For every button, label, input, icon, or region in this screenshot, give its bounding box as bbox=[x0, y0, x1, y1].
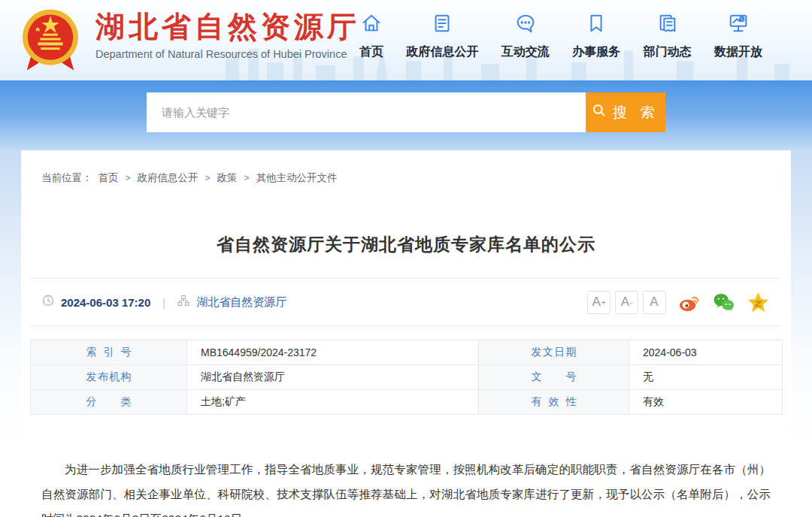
font-decrease-label: A bbox=[621, 295, 629, 310]
search-button[interactable]: 搜 索 bbox=[586, 92, 665, 132]
table-row: 发布机构 湖北省自然资源厅 文号 无 bbox=[31, 365, 783, 390]
breadcrumb-prefix: 当前位置： bbox=[41, 171, 92, 185]
site-subtitle: Department of Natural Resources of Hubei… bbox=[95, 48, 360, 60]
article-card: 当前位置： 首页 > 政府信息公开 > 政策 > 其他主动公开文件 省自然资源厅… bbox=[21, 150, 791, 517]
table-row: 分类 土地;矿产 有效性 有效 bbox=[31, 390, 783, 415]
data-screen-icon bbox=[727, 12, 750, 38]
meta-value-issuing-agency: 湖北省自然资源厅 bbox=[187, 365, 479, 390]
font-decrease-sign: - bbox=[630, 298, 632, 307]
search-button-label: 搜 索 bbox=[613, 103, 659, 122]
meta-value-validity: 有效 bbox=[629, 390, 783, 415]
article-body-paragraph: 为进一步加强全省地质行业管理工作，指导全省地质事业，规范专家管理，按照机构改革后… bbox=[41, 457, 771, 517]
nav-item-open-data[interactable]: 数据开放 bbox=[714, 12, 762, 60]
meta-value-index-number: MB1644959/2024-23172 bbox=[187, 340, 479, 365]
article-title: 省自然资源厅关于湖北省地质专家库名单的公示 bbox=[21, 233, 791, 256]
font-increase-label: A bbox=[592, 295, 600, 310]
breadcrumb-item-policy[interactable]: 政策 bbox=[217, 171, 238, 185]
nav-item-home[interactable]: 首页 bbox=[359, 12, 383, 60]
meta-label-issue-date: 发文日期 bbox=[479, 340, 629, 365]
chat-icon bbox=[514, 12, 537, 38]
home-icon bbox=[360, 12, 383, 38]
source-icon bbox=[177, 295, 189, 310]
font-reset-button[interactable]: A bbox=[643, 291, 666, 314]
meta-label-doc-number: 文号 bbox=[479, 365, 629, 390]
nav-item-gov-info[interactable]: 政府信息公开 bbox=[406, 12, 478, 60]
table-row: 索引号 MB1644959/2024-23172 发文日期 2024-06-03 bbox=[31, 340, 783, 365]
breadcrumb-item-other-docs[interactable]: 其他主动公开文件 bbox=[256, 171, 338, 185]
main-nav: 首页 政府信息公开 互动交流 办事服务 部门动态 bbox=[359, 12, 762, 60]
breadcrumb-separator: > bbox=[205, 173, 211, 183]
meta-separator: | bbox=[162, 296, 165, 309]
font-increase-button[interactable]: A+ bbox=[587, 291, 611, 314]
bookmark-icon bbox=[585, 12, 607, 38]
wechat-icon[interactable] bbox=[712, 291, 735, 314]
font-decrease-button[interactable]: A- bbox=[615, 291, 638, 314]
nav-item-interaction[interactable]: 互动交流 bbox=[501, 12, 550, 60]
search-input[interactable] bbox=[147, 92, 586, 132]
nav-label: 互动交流 bbox=[501, 44, 550, 60]
national-emblem-logo bbox=[21, 5, 80, 75]
nav-label: 办事服务 bbox=[572, 44, 620, 60]
nav-item-department-news[interactable]: 部门动态 bbox=[644, 12, 692, 60]
meta-value-issue-date: 2024-06-03 bbox=[629, 340, 783, 365]
nav-label: 部门动态 bbox=[644, 44, 692, 60]
clock-icon bbox=[42, 295, 54, 310]
qzone-icon[interactable] bbox=[747, 291, 770, 314]
search-icon bbox=[592, 103, 613, 122]
article-meta-row: 2024-06-03 17:20 | 湖北省自然资源厅 A+ A- A bbox=[30, 278, 782, 326]
meta-value-category: 土地;矿产 bbox=[187, 390, 479, 415]
pages-icon bbox=[656, 12, 679, 38]
site-header: 湖北省自然资源厅 Department of Natural Resources… bbox=[0, 0, 812, 80]
site-title: 湖北省自然资源厅 bbox=[95, 11, 360, 44]
nav-item-services[interactable]: 办事服务 bbox=[572, 12, 620, 60]
article-source[interactable]: 湖北省自然资源厅 bbox=[196, 295, 286, 310]
breadcrumb-item-home[interactable]: 首页 bbox=[98, 171, 119, 185]
breadcrumb-separator: > bbox=[126, 173, 131, 183]
breadcrumb-separator: > bbox=[244, 173, 250, 183]
document-meta-table: 索引号 MB1644959/2024-23172 发文日期 2024-06-03… bbox=[30, 340, 783, 415]
search-band: 搜 索 bbox=[0, 80, 812, 150]
content-background: 当前位置： 首页 > 政府信息公开 > 政策 > 其他主动公开文件 省自然资源厅… bbox=[0, 150, 812, 517]
meta-label-category: 分类 bbox=[31, 390, 187, 415]
breadcrumb: 当前位置： 首页 > 政府信息公开 > 政策 > 其他主动公开文件 bbox=[21, 150, 791, 185]
nav-label: 数据开放 bbox=[714, 44, 762, 60]
font-increase-sign: + bbox=[601, 298, 606, 307]
font-reset-label: A bbox=[650, 295, 658, 310]
document-icon bbox=[431, 12, 453, 38]
site-brand: 湖北省自然资源厅 Department of Natural Resources… bbox=[95, 11, 360, 60]
nav-label: 政府信息公开 bbox=[406, 44, 478, 60]
article-meta-left: 2024-06-03 17:20 | 湖北省自然资源厅 bbox=[42, 295, 286, 310]
search-bar: 搜 索 bbox=[147, 92, 665, 132]
meta-label-validity: 有效性 bbox=[479, 390, 629, 415]
publish-time: 2024-06-03 17:20 bbox=[61, 296, 150, 309]
nav-label: 首页 bbox=[359, 44, 383, 60]
article-meta-tools: A+ A- A bbox=[583, 291, 770, 314]
breadcrumb-item-gov-info[interactable]: 政府信息公开 bbox=[138, 171, 198, 185]
weibo-icon[interactable] bbox=[677, 291, 701, 314]
meta-value-doc-number: 无 bbox=[629, 365, 783, 390]
meta-label-index-number: 索引号 bbox=[31, 340, 187, 365]
meta-label-issuing-agency: 发布机构 bbox=[31, 365, 187, 390]
